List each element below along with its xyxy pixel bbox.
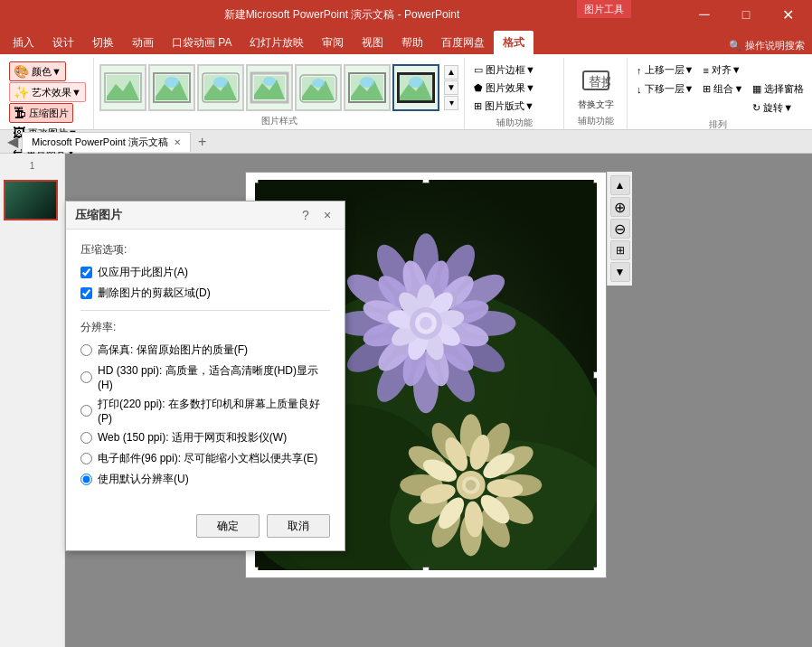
dialog-confirm-btn[interactable]: 确定 [196, 514, 260, 538]
move-up-icon: ↑ [637, 65, 642, 76]
art-effect-btn[interactable]: ✨ 艺术效果▼ [9, 82, 86, 102]
tab-animation[interactable]: 动画 [123, 31, 163, 54]
tab-pocket-anim[interactable]: 口袋动画 PA [163, 31, 241, 54]
pic-effect-btn[interactable]: ⬟ 图片效果▼ [470, 80, 539, 97]
radio-row-email: 电子邮件(96 ppi): 尽可能缩小文档以便共享(E) [80, 451, 330, 466]
radio-hd-orig[interactable] [80, 344, 92, 356]
align-icon: ≡ [703, 65, 708, 76]
handle-tr [593, 180, 597, 183]
search-help[interactable]: 🔍 操作说明搜索 [722, 39, 812, 52]
color-icon: 🎨 [14, 64, 29, 79]
maximize-btn[interactable]: □ [725, 0, 767, 29]
pic-border-icon: ▭ [474, 64, 483, 76]
pic-border-btn[interactable]: ▭ 图片边框▼ [470, 61, 539, 79]
close-btn[interactable]: ✕ [767, 0, 808, 29]
label-hd-orig[interactable]: 高保真: 保留原始图片的质量(F) [98, 342, 248, 358]
svg-point-11 [213, 77, 228, 88]
tab-baidu[interactable]: 百度网盘 [432, 31, 494, 54]
radio-hd-330[interactable] [80, 371, 92, 383]
arrange-group-label: 排列 [709, 117, 727, 133]
pic-layout-icon: ⊞ [474, 100, 482, 112]
right-tools: ▲ ⊕ ⊖ ⊞ ▼ [607, 172, 632, 286]
art-effect-icon: ✨ [14, 85, 29, 99]
compress-btn[interactable]: 🗜 压缩图片 [9, 103, 73, 123]
move-down-btn[interactable]: ↓ 下移一层▼ [633, 80, 697, 98]
svg-point-7 [165, 77, 179, 88]
dialog-close-btn[interactable]: × [319, 207, 335, 223]
ribbon-group-accessibility: 替换 替换文字 辅助功能 [564, 58, 628, 129]
dialog-cancel-btn[interactable]: 取消 [267, 514, 330, 538]
slide-thumb-1[interactable] [4, 180, 58, 220]
checkbox-apply-only[interactable] [80, 267, 92, 278]
picture-tools-label: 图片工具 [577, 0, 631, 18]
label-hd-330[interactable]: HD (330 ppi): 高质量，适合高清晰度(HD)显示(H) [98, 363, 330, 391]
tool-btn-5[interactable]: ▼ [610, 262, 630, 282]
label-delete-crop[interactable]: 删除图片的剪裁区域(D) [98, 286, 211, 301]
tool-btn-4[interactable]: ⊞ [610, 240, 630, 260]
checkbox-delete-crop[interactable] [80, 287, 92, 299]
tool-btn-2[interactable]: ⊕ [610, 197, 630, 217]
tab-scroll-left[interactable]: ◀ [4, 133, 22, 150]
tool-btn-1[interactable]: ▲ [610, 175, 630, 195]
tab-design[interactable]: 设计 [43, 31, 83, 54]
tab-help[interactable]: 帮助 [392, 31, 432, 54]
ribbon-group-arrange: ↑ 上移一层▼ ≡ 对齐▼ ↓ 下移一层▼ ⊞ 组合▼ ▦ 选择窗格 ↻ [628, 58, 808, 129]
handle-br [593, 567, 597, 570]
tab-switch[interactable]: 切换 [83, 31, 123, 54]
pic-style-3[interactable] [197, 64, 244, 111]
svg-point-23 [360, 77, 374, 88]
pic-layout-btn[interactable]: ⊞ 图片版式▼ [470, 98, 538, 115]
pic-style-scroll-more[interactable]: ▾ [444, 96, 458, 110]
move-up-btn[interactable]: ↑ 上移一层▼ [633, 61, 697, 79]
svg-point-69 [420, 317, 432, 330]
tab-review[interactable]: 审阅 [313, 31, 353, 54]
pic-style-6[interactable] [344, 64, 391, 111]
search-icon: 🔍 [729, 40, 741, 52]
radio-default[interactable] [80, 474, 92, 485]
pic-style-2[interactable] [148, 64, 195, 111]
tab-insert[interactable]: 插入 [4, 31, 43, 54]
handle-mr [593, 371, 597, 379]
handle-bm [422, 567, 430, 570]
radio-web[interactable] [80, 432, 92, 444]
label-default[interactable]: 使用默认分辨率(U) [98, 472, 189, 487]
select-pane-btn[interactable]: ▦ 选择窗格 [749, 80, 807, 98]
doc-tab-add[interactable]: + [191, 132, 213, 152]
dialog-title-btns: ? × [297, 207, 335, 223]
doc-tab-1-label: Microsoft PowerPoint 演示文稿 [32, 136, 168, 149]
pic-style-5[interactable] [295, 64, 342, 111]
radio-email[interactable] [80, 453, 92, 464]
pic-style-4[interactable] [246, 64, 293, 111]
radio-row-hd-330: HD (330 ppi): 高质量，适合高清晰度(HD)显示(H) [80, 363, 330, 391]
pic-style-7[interactable] [392, 64, 439, 111]
dialog-title: 压缩图片 [75, 207, 122, 223]
doc-tab-1[interactable]: Microsoft PowerPoint 演示文稿 ✕ [22, 132, 191, 152]
handle-tl [255, 180, 259, 183]
label-print[interactable]: 打印(220 ppi): 在多数打印机和屏幕上质量良好(P) [98, 397, 330, 425]
dialog-help-btn[interactable]: ? [297, 207, 314, 223]
pic-style-scroll-down[interactable]: ▼ [444, 80, 458, 95]
dialog-footer: 确定 取消 [66, 505, 345, 550]
doc-tab-1-close[interactable]: ✕ [174, 137, 181, 147]
rotate-btn[interactable]: ↻ 旋转▼ [749, 99, 807, 117]
group-btn[interactable]: ⊞ 组合▼ [699, 80, 747, 98]
align-btn[interactable]: ≡ 对齐▼ [699, 61, 747, 79]
group-icon: ⊞ [703, 83, 711, 95]
radio-print[interactable] [80, 405, 92, 417]
compress-dialog[interactable]: 压缩图片 ? × 压缩选项: 仅应用于此图片(A) 删除图片的剪裁区域(D) 分… [65, 201, 345, 551]
tab-format[interactable]: 格式 [494, 31, 533, 54]
label-email[interactable]: 电子邮件(96 ppi): 尽可能缩小文档以便共享(E) [98, 451, 317, 466]
accessibility-label: 辅助功能 [578, 113, 614, 129]
tab-view[interactable]: 视图 [353, 31, 392, 54]
label-apply-only[interactable]: 仅应用于此图片(A) [98, 265, 188, 280]
label-web[interactable]: Web (150 ppi): 适用于网页和投影仪(W) [98, 430, 287, 445]
tool-btn-3[interactable]: ⊖ [610, 219, 630, 239]
pic-style-1[interactable] [99, 64, 146, 111]
color-btn[interactable]: 🎨 颜色▼ [9, 61, 66, 81]
pic-style-scroll-up[interactable]: ▲ [444, 65, 458, 80]
minimize-btn[interactable]: ─ [684, 0, 725, 29]
pic-style-scroll: ▲ ▼ ▾ [444, 65, 458, 110]
alt-text-btn[interactable]: 替换 [580, 64, 612, 97]
ribbon-group-pic-options: ▭ 图片边框▼ ⬟ 图片效果▼ ⊞ 图片版式▼ 辅助功能 [465, 58, 564, 129]
tab-slideshow[interactable]: 幻灯片放映 [241, 31, 313, 54]
